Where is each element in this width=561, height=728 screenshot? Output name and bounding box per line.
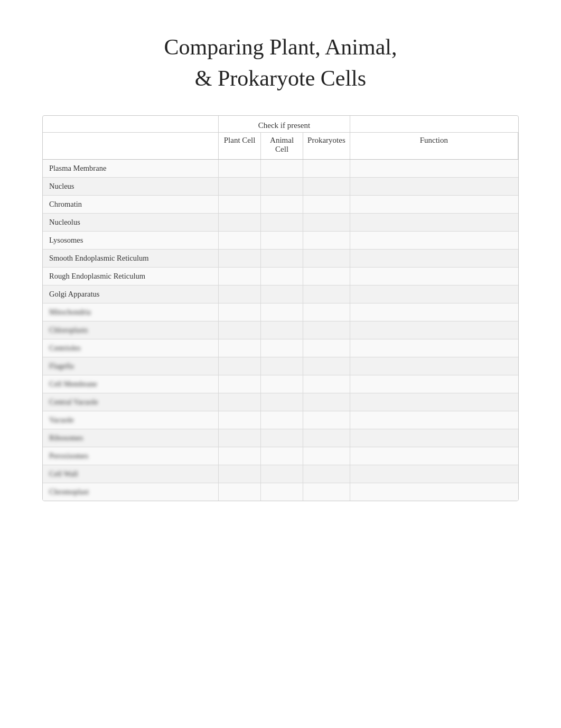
cell-animal-check (261, 159, 303, 177)
table-body: Plasma MembraneNucleusChromatinNucleolus… (43, 159, 518, 501)
page-title: Comparing Plant, Animal, & Prokaryote Ce… (42, 32, 519, 94)
cell-organelle-name: Chloroplasts (43, 321, 219, 339)
check-if-present-row: Check if present (43, 116, 518, 133)
cell-function (350, 483, 518, 501)
table-row: Chromoplast (43, 483, 518, 501)
cell-function (350, 375, 518, 393)
cell-plant-check (219, 159, 261, 177)
table-row: Central Vacuole (43, 393, 518, 411)
cell-prokaryotes-check (303, 213, 350, 231)
cell-function (350, 321, 518, 339)
cell-animal-check (261, 249, 303, 267)
cell-organelle-name: Nucleolus (43, 213, 219, 231)
cell-animal-check (261, 285, 303, 303)
cell-function (350, 429, 518, 447)
cell-animal-check (261, 195, 303, 213)
cell-organelle-name: Cell Wall (43, 465, 219, 483)
table-row: Rough Endoplasmic Reticulum (43, 267, 518, 285)
cell-plant-check (219, 321, 261, 339)
cell-plant-check (219, 267, 261, 285)
cell-function (350, 393, 518, 411)
cell-organelle-name: Central Vacuole (43, 393, 219, 411)
cell-plant-check (219, 213, 261, 231)
cell-animal-check (261, 447, 303, 465)
table-row: Flagella (43, 357, 518, 375)
cell-plant-check (219, 429, 261, 447)
cell-organelle-name: Peroxisomes (43, 447, 219, 465)
cell-organelle-name: Mitochondria (43, 303, 219, 321)
cell-organelle-name: Rough Endoplasmic Reticulum (43, 267, 219, 285)
cell-function (350, 267, 518, 285)
cell-organelle-name: Centrioles (43, 339, 219, 357)
cell-animal-check (261, 321, 303, 339)
cell-function (350, 465, 518, 483)
col-header-function: Function (350, 132, 518, 159)
cell-function (350, 177, 518, 195)
cell-animal-check (261, 357, 303, 375)
cell-prokaryotes-check (303, 231, 350, 249)
cell-prokaryotes-check (303, 249, 350, 267)
cell-animal-check (261, 465, 303, 483)
cell-prokaryotes-check (303, 465, 350, 483)
table-row: Plasma Membrane (43, 159, 518, 177)
cell-plant-check (219, 195, 261, 213)
cell-animal-check (261, 231, 303, 249)
table-row: Ribosomes (43, 429, 518, 447)
cell-plant-check (219, 483, 261, 501)
column-headers-row: Plant Cell Animal Cell Prokaryotes Funct… (43, 132, 518, 159)
main-table-wrapper: Check if present Plant Cell Animal Cell … (42, 115, 519, 501)
header-empty-function (350, 116, 518, 133)
cell-function (350, 447, 518, 465)
table-row: Peroxisomes (43, 447, 518, 465)
cell-prokaryotes-check (303, 285, 350, 303)
cell-prokaryotes-check (303, 267, 350, 285)
cell-organelle-name: Ribosomes (43, 429, 219, 447)
cell-prokaryotes-check (303, 195, 350, 213)
cell-organelle-name: Cell Membrane (43, 375, 219, 393)
cell-organelle-name: Golgi Apparatus (43, 285, 219, 303)
cell-prokaryotes-check (303, 303, 350, 321)
cell-prokaryotes-check (303, 393, 350, 411)
cell-animal-check (261, 375, 303, 393)
cell-function (350, 231, 518, 249)
cell-organelle-name: Lysosomes (43, 231, 219, 249)
cell-function (350, 249, 518, 267)
cell-function (350, 339, 518, 357)
cell-function (350, 357, 518, 375)
cell-prokaryotes-check (303, 321, 350, 339)
cell-animal-check (261, 483, 303, 501)
col-header-animal: Animal Cell (261, 132, 303, 159)
cell-prokaryotes-check (303, 411, 350, 429)
cell-organelle-name: Smooth Endoplasmic Reticulum (43, 249, 219, 267)
cell-animal-check (261, 393, 303, 411)
cell-animal-check (261, 411, 303, 429)
table-row: Golgi Apparatus (43, 285, 518, 303)
col-header-name (43, 132, 219, 159)
cell-animal-check (261, 303, 303, 321)
table-row: Lysosomes (43, 231, 518, 249)
cell-function (350, 411, 518, 429)
table-row: Smooth Endoplasmic Reticulum (43, 249, 518, 267)
table-row: Vacuole (43, 411, 518, 429)
table-row: Cell Membrane (43, 375, 518, 393)
cell-function (350, 285, 518, 303)
cell-prokaryotes-check (303, 159, 350, 177)
cell-animal-check (261, 339, 303, 357)
check-if-present-header: Check if present (219, 116, 350, 133)
cell-plant-check (219, 411, 261, 429)
cell-plant-check (219, 177, 261, 195)
col-header-prokaryotes: Prokaryotes (303, 132, 350, 159)
cell-organelle-name: Flagella (43, 357, 219, 375)
table-row: Centrioles (43, 339, 518, 357)
cell-prokaryotes-check (303, 177, 350, 195)
cell-function (350, 213, 518, 231)
table-row: Chromatin (43, 195, 518, 213)
cell-plant-check (219, 447, 261, 465)
cell-organelle-name: Plasma Membrane (43, 159, 219, 177)
cell-plant-check (219, 465, 261, 483)
cell-organelle-name: Nucleus (43, 177, 219, 195)
cell-plant-check (219, 249, 261, 267)
cell-prokaryotes-check (303, 483, 350, 501)
cell-plant-check (219, 339, 261, 357)
cell-function (350, 159, 518, 177)
